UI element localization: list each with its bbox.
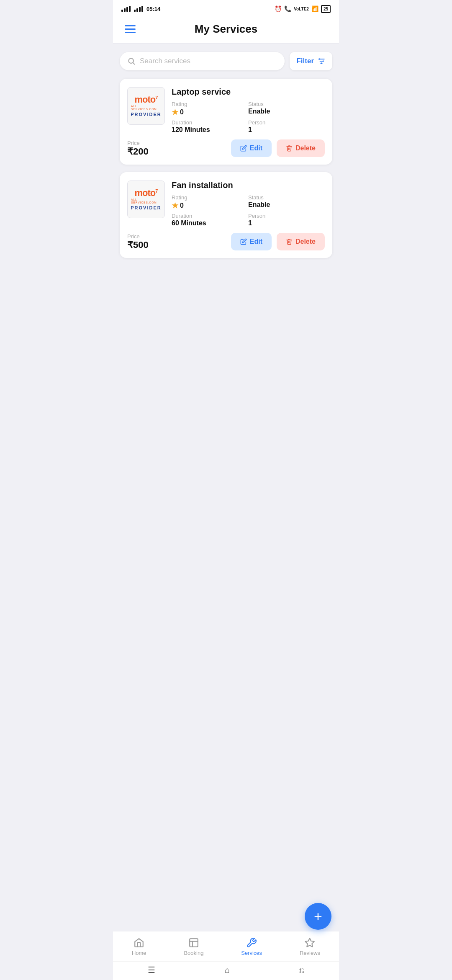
card-info-2: Fan installation Rating ★ 0 Status Enabl…: [172, 181, 325, 227]
status-bar: 05:14 ⏰ 📞 VoLTE2 📶 25: [113, 0, 339, 17]
signal-bars-2: [134, 6, 143, 12]
person-col-1: Person 1: [248, 119, 325, 134]
service-name-1: Laptop service: [172, 87, 325, 97]
rating-value-1: ★ 0: [172, 108, 248, 117]
duration-value-1: 120 Minutes: [172, 126, 248, 134]
rating-label-2: Rating: [172, 194, 248, 201]
price-label-2: Price: [127, 233, 149, 240]
menu-button[interactable]: [123, 23, 137, 35]
wifi-icon: 📶: [311, 5, 318, 12]
logo-sub-text-2: ALL SERVICES.COM: [131, 198, 161, 204]
logo-moto7-text: moto7: [135, 95, 158, 104]
logo-moto7-text-2: moto7: [135, 188, 158, 198]
signal-bars-1: [121, 6, 131, 12]
svg-line-1: [133, 63, 135, 64]
person-value-1: 1: [248, 126, 325, 134]
search-row: Search services Filter: [120, 52, 332, 70]
price-block-1: Price ₹200: [127, 140, 149, 157]
filter-label: Filter: [296, 57, 314, 65]
logo-sub-text: ALL SERVICES.COM: [131, 105, 161, 111]
search-box[interactable]: Search services: [120, 52, 285, 70]
price-label-1: Price: [127, 140, 149, 146]
provider-logo-2: moto7 ALL SERVICES.COM PROVIDER: [127, 181, 165, 218]
logo-provider-text: PROVIDER: [131, 112, 161, 117]
person-value-2: 1: [248, 219, 325, 227]
star-icon-2: ★: [172, 201, 178, 210]
delete-button-1[interactable]: Delete: [277, 139, 325, 157]
status-label-1: Status: [248, 101, 325, 107]
battery-indicator: 25: [321, 5, 331, 13]
person-label-1: Person: [248, 119, 325, 126]
card-top-2: moto7 ALL SERVICES.COM PROVIDER Fan inst…: [127, 181, 325, 227]
status-value-1: Enable: [248, 108, 325, 115]
phone-icon: 📞: [284, 5, 291, 12]
meta-grid-2: Rating ★ 0 Status Enable Duration 60 Min…: [172, 194, 325, 227]
rating-value-2: ★ 0: [172, 201, 248, 210]
status-col-1: Status Enable: [248, 101, 325, 117]
price-value-2: ₹500: [127, 240, 149, 250]
duration-col-1: Duration 120 Minutes: [172, 119, 248, 134]
search-icon: [127, 57, 136, 65]
edit-button-1[interactable]: Edit: [231, 139, 272, 157]
edit-icon-1: [240, 145, 247, 152]
svg-point-6: [323, 60, 324, 62]
card-bottom-1: Price ₹200 Edit: [127, 139, 325, 157]
status-label-2: Status: [248, 194, 325, 201]
search-placeholder: Search services: [140, 57, 190, 65]
status-time: 05:14: [146, 6, 160, 12]
duration-label-1: Duration: [172, 119, 248, 126]
duration-col-2: Duration 60 Minutes: [172, 213, 248, 227]
price-value-1: ₹200: [127, 146, 149, 157]
duration-label-2: Duration: [172, 213, 248, 219]
svg-point-7: [321, 62, 322, 64]
svg-point-5: [319, 58, 320, 59]
rating-col-1: Rating ★ 0: [172, 101, 248, 117]
person-col-2: Person 1: [248, 213, 325, 227]
alarm-icon: ⏰: [275, 5, 282, 12]
delete-icon-1: [286, 145, 293, 152]
price-block-2: Price ₹500: [127, 233, 149, 250]
duration-value-2: 60 Minutes: [172, 219, 248, 227]
delete-icon-2: [286, 238, 293, 245]
service-card-2: moto7 ALL SERVICES.COM PROVIDER Fan inst…: [120, 172, 332, 258]
lte-label: VoLTE2: [294, 7, 309, 11]
card-actions-1: Edit Delete: [231, 139, 325, 157]
delete-button-2[interactable]: Delete: [277, 233, 325, 250]
status-right: ⏰ 📞 VoLTE2 📶 25: [275, 5, 331, 13]
header: My Services: [113, 17, 339, 44]
card-info-1: Laptop service Rating ★ 0 Status Enable: [172, 87, 325, 134]
edit-icon-2: [240, 238, 247, 245]
meta-grid-1: Rating ★ 0 Status Enable Duration 120 Mi…: [172, 101, 325, 134]
page-title: My Services: [137, 23, 315, 36]
filter-icon: [317, 57, 326, 65]
service-name-2: Fan installation: [172, 181, 325, 190]
person-label-2: Person: [248, 213, 325, 219]
status-value-2: Enable: [248, 201, 325, 209]
filter-button[interactable]: Filter: [290, 52, 332, 70]
status-col-2: Status Enable: [248, 194, 325, 210]
status-left: 05:14: [121, 6, 160, 12]
card-actions-2: Edit Delete: [231, 233, 325, 250]
card-top-1: moto7 ALL SERVICES.COM PROVIDER Laptop s…: [127, 87, 325, 134]
provider-logo-1: moto7 ALL SERVICES.COM PROVIDER: [127, 87, 165, 125]
logo-provider-text-2: PROVIDER: [131, 205, 161, 210]
rating-col-2: Rating ★ 0: [172, 194, 248, 210]
card-bottom-2: Price ₹500 Edit: [127, 233, 325, 250]
service-card-1: moto7 ALL SERVICES.COM PROVIDER Laptop s…: [120, 79, 332, 165]
edit-button-2[interactable]: Edit: [231, 233, 272, 250]
main-content: Search services Filter moto7 ALL SERVICE…: [113, 44, 339, 320]
rating-label-1: Rating: [172, 101, 248, 107]
star-icon-1: ★: [172, 108, 178, 117]
